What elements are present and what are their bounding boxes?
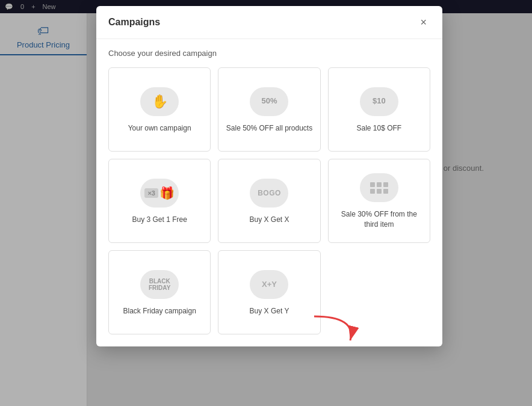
campaign-icon-fifty: 50% bbox=[250, 87, 288, 116]
gift-icon: 🎁 bbox=[159, 186, 175, 200]
grid-cell bbox=[377, 182, 382, 187]
modal-subtitle: Choose your desired campaign bbox=[108, 49, 430, 58]
bogo-icon: BOGO bbox=[258, 189, 281, 197]
campaign-label-buyxy: Buy X Get Y bbox=[250, 306, 289, 316]
campaign-grid: ✋ Your own campaign 50% Sale 50% OFF all… bbox=[108, 67, 430, 334]
x3-icon-wrap: ×3 🎁 bbox=[144, 186, 175, 200]
campaign-icon-buyxy: X+Y bbox=[250, 270, 288, 299]
modal-close-button[interactable]: × bbox=[416, 16, 430, 29]
campaign-icon-blackfriday: BLACK FRIDAY bbox=[140, 270, 179, 299]
campaign-label-thirty: Sale 30% OFF from the third item bbox=[336, 209, 422, 230]
grid-icon bbox=[370, 182, 388, 194]
fifty-percent-icon: 50% bbox=[261, 97, 277, 105]
campaign-card-fifty[interactable]: 50% Sale 50% OFF all products bbox=[218, 67, 320, 152]
modal-overlay: Campaigns × Choose your desired campaign… bbox=[0, 0, 532, 406]
grid-cell bbox=[370, 189, 375, 194]
arrow-indicator bbox=[308, 313, 368, 346]
modal-title: Campaigns bbox=[108, 17, 160, 28]
x3-badge: ×3 bbox=[144, 188, 158, 198]
campaign-icon-buy3: ×3 🎁 bbox=[140, 179, 179, 208]
campaign-label-fifty: Sale 50% OFF all products bbox=[226, 123, 312, 134]
campaign-icon-ten: $10 bbox=[360, 87, 398, 116]
campaign-card-blackfriday[interactable]: BLACK FRIDAY Black Friday campaign bbox=[108, 250, 211, 334]
bf-line2: FRIDAY bbox=[149, 285, 170, 291]
bf-line1: BLACK bbox=[149, 278, 170, 285]
campaign-card-own[interactable]: ✋ Your own campaign bbox=[108, 67, 211, 152]
campaign-icon-own: ✋ bbox=[140, 87, 179, 116]
campaign-label-buy3: Buy 3 Get 1 Free bbox=[132, 215, 187, 225]
campaign-label-own: Your own campaign bbox=[128, 123, 191, 134]
campaign-card-buy3[interactable]: ×3 🎁 Buy 3 Get 1 Free bbox=[108, 159, 211, 243]
grid-cell bbox=[370, 182, 375, 187]
hand-icon: ✋ bbox=[152, 94, 168, 109]
ten-dollar-icon: $10 bbox=[373, 97, 386, 105]
campaign-card-bogo[interactable]: BOGO Buy X Get X bbox=[218, 159, 320, 243]
campaign-icon-thirty bbox=[360, 173, 398, 202]
campaign-label-bogo: Buy X Get X bbox=[249, 215, 289, 225]
xy-icon: X+Y bbox=[262, 280, 277, 289]
campaigns-modal: Campaigns × Choose your desired campaign… bbox=[96, 6, 442, 346]
campaign-label-ten: Sale 10$ OFF bbox=[356, 123, 401, 134]
grid-cell bbox=[377, 189, 382, 194]
grid-cell bbox=[383, 189, 388, 194]
modal-body: Choose your desired campaign ✋ Your own … bbox=[96, 39, 442, 346]
campaign-card-buyxy[interactable]: X+Y Buy X Get Y bbox=[218, 250, 320, 334]
campaign-card-ten[interactable]: $10 Sale 10$ OFF bbox=[328, 67, 430, 152]
campaign-icon-bogo: BOGO bbox=[250, 179, 288, 208]
modal-header: Campaigns × bbox=[96, 6, 442, 39]
black-friday-icon: BLACK FRIDAY bbox=[149, 278, 170, 291]
campaign-label-blackfriday: Black Friday campaign bbox=[123, 306, 196, 316]
grid-cell bbox=[383, 182, 388, 187]
campaign-card-thirty[interactable]: Sale 30% OFF from the third item bbox=[328, 159, 430, 243]
